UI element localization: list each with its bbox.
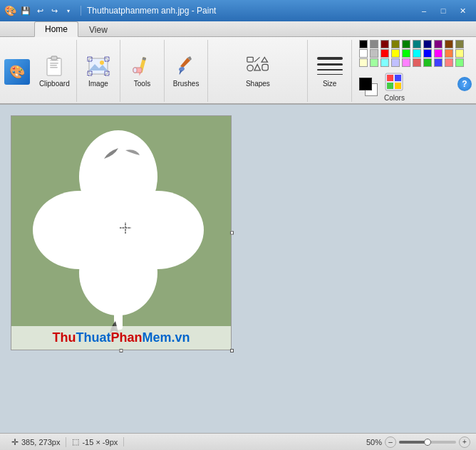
shapes-buttons: Shapes [240,40,276,102]
clover-drawing [26,123,211,337]
color-swatch[interactable] [434,49,443,58]
statusbar: ✛ 385, 273px ⬚ -15 × -9px 50% – + [0,433,476,450]
image-label: Image [88,80,108,88]
shapes-icon [247,55,269,78]
titlebar: 🎨 💾 ↩ ↪ ▾ Thuthuatphanmem anh.jpg - Pain… [0,0,476,21]
svg-point-8 [100,61,104,65]
color-swatch[interactable] [455,49,464,58]
color-swatch[interactable] [455,40,464,48]
color-swatch[interactable] [402,58,410,67]
app-menu-icon: 🎨 [9,66,25,78]
redo-quick-btn[interactable]: ↪ [48,4,61,17]
svg-rect-5 [50,67,58,68]
watermark-mem: Mem [142,330,171,345]
ribbon-group-size: Size [308,40,352,102]
watermark-thuat: Thuat [76,330,110,345]
color-swatch[interactable] [445,58,453,67]
canvas-image[interactable]: ThuThuatPhanMem.vn [11,115,232,350]
svg-rect-4 [50,65,57,66]
help-button[interactable]: ? [457,77,472,91]
color-swatch[interactable] [413,49,421,58]
color-swatch[interactable] [402,49,410,58]
zoom-section: 50% – + [366,436,470,448]
color-swatch[interactable] [370,58,378,67]
dropdown-quick-btn[interactable]: ▾ [62,4,75,17]
color-swatch[interactable] [359,49,368,58]
app-menu-button[interactable]: 🎨 [4,59,30,85]
ribbon-tabs: Home View [0,21,476,37]
ribbon-group-colors: Colors [352,40,473,102]
color-swatch[interactable] [381,49,389,58]
color-swatch[interactable] [434,58,443,67]
color-swatch[interactable] [445,49,453,58]
color-swatch[interactable] [359,40,368,48]
save-quick-btn[interactable]: 💾 [19,4,32,17]
ribbon-group-shapes: Shapes [208,40,308,102]
size-line-1 [317,57,343,60]
color-swatch[interactable] [381,58,389,67]
tab-view[interactable]: View [78,22,118,37]
color-swatch[interactable] [423,58,432,67]
color-swatch[interactable] [391,49,400,58]
color-swatch[interactable] [402,40,410,48]
brushes-button[interactable]: Brushes [168,49,204,93]
watermark-vn: .vn [172,330,190,345]
color-swatch[interactable] [391,40,400,48]
size-icon [319,55,341,78]
tab-home[interactable]: Home [34,21,78,37]
color-swatch[interactable] [413,40,421,48]
color-swatch[interactable] [423,49,432,58]
undo-quick-btn[interactable]: ↩ [33,4,46,17]
svg-point-22 [247,65,253,70]
brushes-label: Brushes [173,80,200,88]
svg-point-34 [95,206,141,251]
maximize-button[interactable]: □ [434,4,452,18]
color-swatch[interactable] [455,58,464,67]
zoom-in-button[interactable]: + [459,436,470,448]
size-label: Size [323,80,336,88]
edit-colors-icon [383,71,405,93]
tools-label: Tools [134,80,150,88]
resize-handle-right[interactable] [230,231,234,235]
color-swatch[interactable] [434,40,443,48]
image-icon [87,55,110,78]
close-button[interactable]: ✕ [453,4,472,18]
minimize-button[interactable]: – [415,4,433,18]
color-swatch[interactable] [391,58,400,67]
selection-icon: ⬚ [72,437,79,446]
status-position-section: ✛ 385, 273px [6,437,66,447]
svg-rect-27 [395,75,401,81]
color-swatch[interactable] [370,40,378,48]
svg-rect-17 [133,68,137,73]
color-swatch[interactable] [381,40,389,48]
size-line-3 [317,69,343,70]
clipboard-label: Clipboard [39,80,70,88]
ribbon-group-brushes: Brushes [165,40,209,102]
color-swatch[interactable] [359,58,368,67]
ribbon-group-tools: Tools [120,40,165,102]
zoom-slider-thumb[interactable] [424,439,431,446]
zoom-slider[interactable] [399,441,456,444]
clipboard-button[interactable]: Clipboard [36,49,72,93]
ribbon-group-image: Image [77,40,121,102]
canvas-area[interactable]: ThuThuatPhanMem.vn [0,105,476,433]
color-swatch[interactable] [370,49,378,58]
position-icon: ✛ [11,437,19,447]
color-swatch[interactable] [413,58,421,67]
canvas-container: ThuThuatPhanMem.vn [11,115,232,350]
foreground-color[interactable] [359,78,372,90]
svg-marker-23 [254,64,260,70]
shapes-button[interactable]: Shapes [240,49,276,93]
color-swatch[interactable] [445,40,453,48]
tools-button[interactable]: Tools [124,49,160,93]
color-swatch[interactable] [423,40,432,48]
watermark-thu: Thu [52,330,76,345]
image-button[interactable]: Image [81,49,116,93]
resize-handle-corner[interactable] [230,349,234,352]
size-button[interactable]: Size [312,49,348,93]
svg-line-20 [254,57,260,62]
size-line-4 [317,74,343,75]
size-line-2 [317,63,343,66]
zoom-out-button[interactable]: – [385,436,396,448]
resize-handle-bottom[interactable] [120,349,123,352]
